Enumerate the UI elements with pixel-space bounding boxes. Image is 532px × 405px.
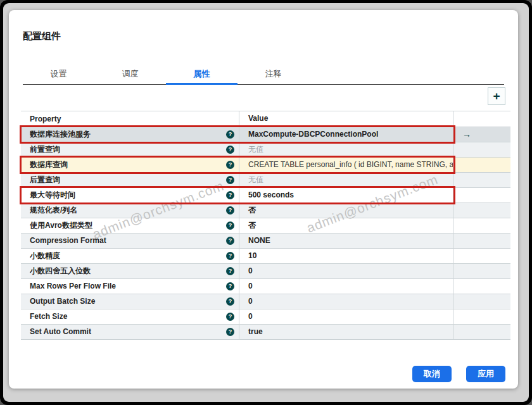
actions-cell <box>453 325 510 339</box>
apply-button[interactable]: 应用 <box>466 366 505 382</box>
property-value[interactable]: 0 <box>239 279 453 294</box>
actions-cell <box>453 203 510 218</box>
tab-属性[interactable]: 属性 <box>166 56 238 85</box>
actions-cell <box>453 249 510 263</box>
help-question-icon[interactable]: ? <box>226 282 234 290</box>
property-value[interactable]: 500 seconds <box>239 188 453 202</box>
table-row[interactable]: 小数四舍五入位数 ? 0 <box>21 263 510 278</box>
property-cell: Set Auto Commit ? <box>21 325 239 339</box>
property-name: 最大等待时间 <box>30 188 226 202</box>
property-name: 数据库连接池服务 <box>30 127 226 142</box>
property-value[interactable]: 0 <box>239 309 453 324</box>
property-cell: 规范化表/列名 ? <box>21 203 239 218</box>
dialog-title: 配置组件 <box>23 30 61 42</box>
help-question-icon[interactable]: ? <box>226 206 234 215</box>
property-cell: Output Batch Size ? <box>21 294 239 309</box>
property-name: Max Rows Per Flow File <box>30 279 226 294</box>
table-row[interactable]: 规范化表/列名 ? 否 <box>21 202 510 218</box>
table-row[interactable]: 前置查询 ? 无值 <box>21 142 510 157</box>
property-name: 小数精度 <box>30 249 226 263</box>
help-question-icon[interactable]: ? <box>226 267 234 275</box>
screenshot-frame: 配置组件 设置调度属性注释 + Property Value 数据库连接池服务 … <box>0 0 532 405</box>
actions-cell <box>453 294 510 309</box>
property-cell: 小数精度 ? <box>21 249 239 263</box>
cancel-button[interactable]: 取消 <box>412 366 452 382</box>
table-row[interactable]: 数据库查询 ? CREATE TABLE personal_info ( id … <box>21 157 510 172</box>
actions-cell <box>453 173 510 187</box>
property-cell: Max Rows Per Flow File ? <box>21 279 239 294</box>
property-value[interactable]: true <box>239 325 453 339</box>
property-value[interactable]: 10 <box>239 249 453 263</box>
configure-component-dialog: 配置组件 设置调度属性注释 + Property Value 数据库连接池服务 … <box>9 10 518 389</box>
property-name: 前置查询 <box>30 142 226 157</box>
property-name: Fetch Size <box>30 309 226 324</box>
tab-bar: 设置调度属性注释 <box>23 56 504 85</box>
property-value[interactable]: MaxCompute-DBCPConnectionPool <box>239 127 453 142</box>
table-body: 数据库连接池服务 ? MaxCompute-DBCPConnectionPool… <box>21 127 510 339</box>
property-cell: 前置查询 ? <box>21 142 239 157</box>
property-name: Output Batch Size <box>30 294 226 309</box>
actions-cell <box>453 218 510 233</box>
help-question-icon[interactable]: ? <box>226 161 234 169</box>
property-name: Set Auto Commit <box>30 325 226 339</box>
actions-cell <box>453 264 510 278</box>
tab-设置[interactable]: 设置 <box>23 56 94 85</box>
actions-column-header <box>453 111 510 127</box>
table-row[interactable]: Set Auto Commit ? true <box>21 324 510 339</box>
actions-cell <box>453 142 510 157</box>
add-property-button[interactable]: + <box>488 87 505 105</box>
goto-service-arrow-icon[interactable]: → <box>462 129 471 139</box>
value-column-header: Value <box>239 111 453 127</box>
property-value[interactable]: CREATE TABLE personal_info ( id BIGINT, … <box>239 158 453 172</box>
property-value[interactable]: 无值 <box>239 173 453 187</box>
property-value[interactable]: 0 <box>239 264 453 278</box>
actions-cell <box>453 188 510 202</box>
tab-调度[interactable]: 调度 <box>94 56 166 85</box>
table-row[interactable]: 使用Avro数据类型 ? 否 <box>21 218 510 233</box>
help-question-icon[interactable]: ? <box>226 297 234 306</box>
actions-cell <box>453 279 510 294</box>
actions-cell <box>453 309 510 324</box>
table-row[interactable]: 小数精度 ? 10 <box>21 248 510 263</box>
property-value[interactable]: 否 <box>239 218 453 233</box>
actions-cell <box>453 234 510 248</box>
actions-cell <box>453 158 510 172</box>
help-question-icon[interactable]: ? <box>226 191 234 199</box>
property-cell: 使用Avro数据类型 ? <box>21 218 239 233</box>
property-name: 使用Avro数据类型 <box>30 218 226 233</box>
property-value[interactable]: 0 <box>239 294 453 309</box>
property-column-header: Property <box>21 111 239 127</box>
property-name: 规范化表/列名 <box>30 203 226 218</box>
property-name: 小数四舍五入位数 <box>30 264 226 278</box>
property-cell: 最大等待时间 ? <box>21 188 239 202</box>
table-row[interactable]: Output Batch Size ? 0 <box>21 294 510 309</box>
help-question-icon[interactable]: ? <box>226 252 234 260</box>
table-header-row: Property Value <box>21 111 510 127</box>
table-row[interactable]: 最大等待时间 ? 500 seconds <box>21 187 510 202</box>
property-value[interactable]: 无值 <box>239 142 453 157</box>
property-cell: Compression Format ? <box>21 234 239 248</box>
property-cell: 数据库查询 ? <box>21 158 239 172</box>
property-cell: 后置查询 ? <box>21 173 239 187</box>
property-value[interactable]: 否 <box>239 203 453 218</box>
help-question-icon[interactable]: ? <box>226 146 234 154</box>
property-cell: Fetch Size ? <box>21 309 239 324</box>
table-row[interactable]: Max Rows Per Flow File ? 0 <box>21 278 510 294</box>
table-row[interactable]: Fetch Size ? 0 <box>21 309 510 324</box>
help-question-icon[interactable]: ? <box>226 313 234 321</box>
properties-table: Property Value 数据库连接池服务 ? MaxCompute-DBC… <box>21 111 510 340</box>
help-question-icon[interactable]: ? <box>226 237 234 245</box>
table-row[interactable]: Compression Format ? NONE <box>21 233 510 248</box>
property-value[interactable]: NONE <box>239 234 453 248</box>
help-question-icon[interactable]: ? <box>226 221 234 230</box>
property-name: 数据库查询 <box>30 158 226 172</box>
property-name: 后置查询 <box>30 173 226 187</box>
table-row[interactable]: 后置查询 ? 无值 <box>21 172 510 187</box>
tab-注释[interactable]: 注释 <box>238 56 309 85</box>
help-question-icon[interactable]: ? <box>226 130 234 139</box>
actions-cell: → <box>453 127 510 142</box>
table-row[interactable]: 数据库连接池服务 ? MaxCompute-DBCPConnectionPool… <box>21 127 510 142</box>
help-question-icon[interactable]: ? <box>226 328 234 336</box>
plus-icon: + <box>493 89 500 103</box>
help-question-icon[interactable]: ? <box>226 176 234 184</box>
